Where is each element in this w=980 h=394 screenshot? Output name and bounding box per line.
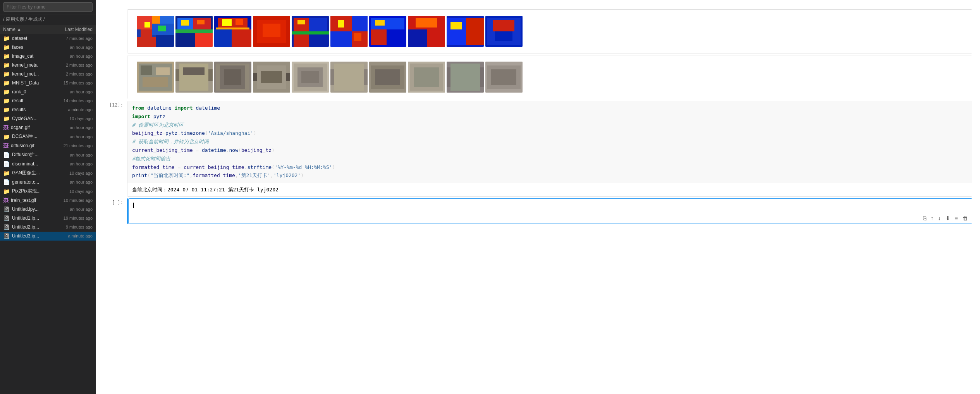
file-name: kernel_met... <box>12 71 50 77</box>
svg-rect-7 <box>156 35 174 47</box>
svg-rect-72 <box>224 69 241 85</box>
file-modified: an hour ago <box>50 153 93 157</box>
file-icon: 📄 <box>3 161 10 167</box>
file-item[interactable]: 📁 dataset 7 minutes ago <box>0 34 96 43</box>
svg-rect-45 <box>387 29 404 45</box>
file-modified: 7 minutes ago <box>50 36 93 41</box>
file-item[interactable]: 📁 kernel_met... 2 minutes ago <box>0 70 96 79</box>
svg-rect-58 <box>493 20 514 31</box>
file-item[interactable]: 🖼 train_test.gif 10 minutes ago <box>0 196 96 205</box>
gray-img-7 <box>369 62 406 93</box>
thermal-img-2 <box>175 16 213 47</box>
file-name: CycleGAN... <box>12 116 50 121</box>
thermal-img-3 <box>214 16 251 47</box>
svg-rect-46 <box>375 20 385 26</box>
svg-rect-31 <box>292 31 329 34</box>
file-item[interactable]: 📁 GAN图像生... 10 days ago <box>0 169 96 178</box>
folder-icon: 📁 <box>3 44 10 50</box>
file-item[interactable]: 📓 Untitled3.ip... a minute ago <box>0 232 96 241</box>
ipynb-icon: 📓 <box>3 224 10 230</box>
folder-icon: 📁 <box>3 53 10 59</box>
file-item[interactable]: 📁 Pix2Pix实现... 10 days ago <box>0 187 96 196</box>
svg-rect-32 <box>294 34 309 47</box>
svg-rect-59 <box>495 31 512 41</box>
ipynb-icon: 📓 <box>3 215 10 221</box>
copy-cell-button[interactable]: ⎘ <box>922 214 928 222</box>
move-down-button[interactable]: ↓ <box>937 214 942 222</box>
svg-rect-86 <box>375 69 400 85</box>
file-item[interactable]: 📁 rank_0 an hour ago <box>0 88 96 96</box>
thermal-img-10 <box>485 16 523 47</box>
svg-rect-68 <box>183 67 205 75</box>
delete-button[interactable]: 🗑 <box>961 214 970 222</box>
file-item[interactable]: 🖼 dcgan.gif an hour ago <box>0 123 96 132</box>
file-item[interactable]: 📁 result 14 minutes ago <box>0 96 96 105</box>
move-up-button[interactable]: ↑ <box>929 214 935 222</box>
file-item[interactable]: 📁 image_cat an hour ago <box>0 52 96 61</box>
notebook-area: [12]: from datetime import datetime impo… <box>96 0 980 394</box>
folder-icon: 📁 <box>3 98 10 104</box>
svg-rect-20 <box>216 28 249 29</box>
file-modified: an hour ago <box>50 162 93 166</box>
svg-rect-95 <box>491 69 516 85</box>
file-modified: 2 minutes ago <box>50 63 93 67</box>
gray-image-row <box>132 58 967 96</box>
gray-img-5 <box>292 62 329 93</box>
search-input[interactable] <box>3 2 93 12</box>
gray-img-6 <box>330 62 368 93</box>
svg-rect-76 <box>261 71 282 83</box>
file-item[interactable]: 📄 generator.c... an hour ago <box>0 178 96 187</box>
cell-output-gray <box>127 55 972 99</box>
svg-rect-13 <box>175 29 213 33</box>
file-item[interactable]: 📁 kernel_meta 2 minutes ago <box>0 61 96 70</box>
image-output-cell-thermal <box>96 9 980 53</box>
thermal-img-4 <box>253 16 290 47</box>
file-item[interactable]: 📄 Diffusion扩... an hour ago <box>0 150 96 160</box>
svg-rect-33 <box>309 34 327 47</box>
file-item[interactable]: 📁 faces an hour ago <box>0 43 96 52</box>
file-modified: 10 days ago <box>50 116 93 121</box>
file-name: diffusion.gif <box>11 143 50 148</box>
file-item[interactable]: 📄 discriminat... an hour ago <box>0 160 96 169</box>
file-modified: an hour ago <box>50 89 93 94</box>
svg-rect-37 <box>352 16 368 31</box>
svg-rect-44 <box>371 29 387 45</box>
file-modified: 21 minutes ago <box>50 143 93 148</box>
file-name: GAN图像生... <box>12 170 50 176</box>
file-name: rank_0 <box>12 89 50 95</box>
download-button[interactable]: ⬇ <box>944 214 952 222</box>
file-name: generator.c... <box>12 179 50 185</box>
breadcrumb: / 应用实践 / 生成式 / <box>0 14 96 25</box>
file-name: Untitled3.ip... <box>12 233 50 239</box>
file-item[interactable]: 📁 MNIST_Data 15 minutes ago <box>0 79 96 88</box>
cell-label-gray <box>104 55 127 57</box>
file-name: results <box>12 107 50 112</box>
gray-img-9 <box>447 62 484 93</box>
svg-rect-23 <box>222 19 232 26</box>
folder-icon: 📁 <box>3 170 10 176</box>
file-item[interactable]: 📁 CycleGAN... 10 days ago <box>0 114 96 123</box>
svg-rect-17 <box>197 20 205 24</box>
file-item[interactable]: 📁 results a minute ago <box>0 105 96 114</box>
file-modified: 9 minutes ago <box>50 225 93 229</box>
svg-rect-38 <box>330 31 352 47</box>
file-name: Untitled1.ip... <box>12 215 50 221</box>
empty-cell-content[interactable]: ⎘ ↑ ↓ ⬇ ≡ 🗑 <box>129 198 972 224</box>
file-item[interactable]: 📓 Untitled1.ip... 19 minutes ago <box>0 214 96 223</box>
file-modified: 2 minutes ago <box>50 72 93 76</box>
file-list-header: Name ▲ Last Modified <box>0 25 96 34</box>
file-item[interactable]: 📁 DCGAN生... an hour ago <box>0 132 96 141</box>
file-item[interactable]: 📓 Untitled2.ip... 9 minutes ago <box>0 223 96 232</box>
file-item[interactable]: 🖼 diffusion.gif 21 minutes ago <box>0 141 96 150</box>
file-item[interactable]: 📓 Untitled.ipy... an hour ago <box>0 205 96 214</box>
file-modified: an hour ago <box>50 125 93 130</box>
file-modified: 14 minutes ago <box>50 98 93 103</box>
gray-img-3 <box>214 62 251 93</box>
file-name: result <box>12 98 50 103</box>
file-modified: an hour ago <box>50 180 93 184</box>
gray-img-2 <box>175 62 213 93</box>
svg-rect-51 <box>416 18 437 28</box>
column-name-header[interactable]: Name ▲ <box>3 27 50 32</box>
search-bar[interactable] <box>0 0 96 14</box>
settings-button[interactable]: ≡ <box>953 214 959 222</box>
